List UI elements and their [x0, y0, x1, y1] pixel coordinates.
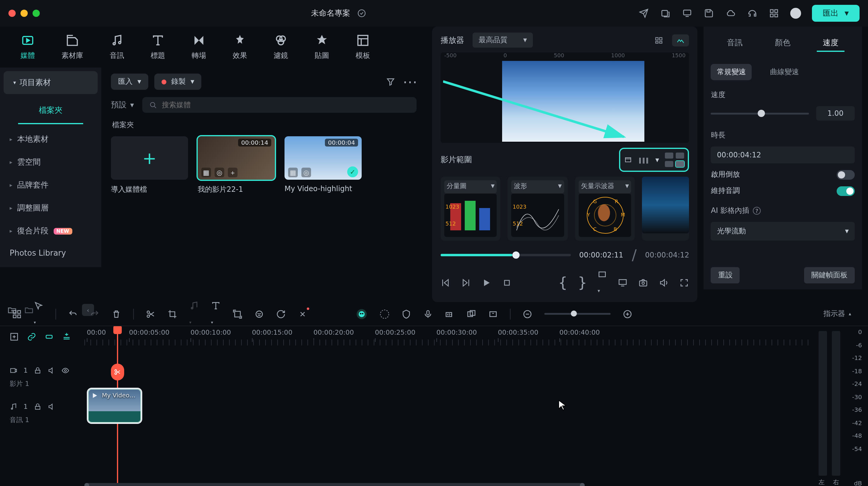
tab-audio[interactable]: 音訊 [110, 33, 124, 61]
play-skip-icon[interactable] [461, 278, 471, 287]
import-dropdown[interactable]: 匯入▼ [111, 73, 148, 90]
sort-preset[interactable]: 預設▼ [111, 99, 134, 110]
speed-slider[interactable] [711, 113, 809, 114]
headphones-icon[interactable] [747, 8, 758, 19]
tab-transition[interactable]: 轉場 [192, 33, 206, 61]
apps-icon[interactable] [769, 8, 779, 19]
monitor-icon[interactable] [682, 8, 692, 19]
quality-dropdown[interactable]: 最高品質▼ [472, 33, 533, 48]
mute-track-icon[interactable] [48, 367, 56, 374]
sidebar-tab-folder[interactable]: 檔案夾 [18, 98, 83, 124]
pitch-switch[interactable] [837, 186, 855, 196]
mark-in-icon[interactable]: { [558, 274, 567, 291]
more-tools-icon[interactable] [298, 309, 307, 319]
reset-button[interactable]: 重設 [711, 267, 740, 283]
keyframe-panel-button[interactable]: 關鍵幀面板 [804, 267, 855, 283]
seek-slider[interactable] [441, 254, 571, 256]
mute-audio-icon[interactable] [48, 403, 56, 411]
add-icon[interactable]: ＋ [228, 168, 238, 177]
sidebar-item-local[interactable]: ▸本地素材 [0, 128, 101, 151]
text-tool-icon[interactable]: ▾ [211, 301, 221, 327]
layout-1[interactable] [665, 153, 674, 159]
layout-4[interactable] [676, 161, 684, 167]
scopes-toggle-icon[interactable] [673, 34, 689, 46]
select-tool-icon[interactable]: ▾ [34, 301, 43, 327]
undo-icon[interactable] [68, 309, 78, 319]
minimize-window[interactable] [21, 10, 28, 17]
play-icon[interactable] [482, 278, 491, 287]
subtab-curve-speed[interactable]: 曲線變速 [764, 64, 805, 80]
sidebar-item-brand[interactable]: ▸品牌套件 [0, 174, 101, 196]
filter-icon[interactable] [384, 75, 397, 88]
snapshot-icon[interactable] [639, 278, 648, 287]
export-button[interactable]: 匯出 ▼ [812, 5, 860, 22]
speed-value[interactable]: 1.00 [816, 106, 855, 121]
zoom-out-icon[interactable] [523, 309, 532, 319]
tab-filter[interactable]: 濾鏡 [274, 33, 288, 61]
sidebar-item-adjustment[interactable]: ▸調整圖層 [0, 196, 101, 219]
sidebar-item-photos[interactable]: Photos Library [0, 242, 101, 264]
tab-title[interactable]: 標題 [151, 33, 165, 61]
add-track-icon[interactable] [10, 332, 19, 341]
tile-clip-2[interactable]: 00:00:04 ▦◎ ✓ My Video-highlight [284, 136, 362, 195]
sidebar-item-cloud[interactable]: ▸雲空間 [0, 151, 101, 174]
unlink-icon[interactable] [44, 332, 54, 341]
mic-icon[interactable] [423, 309, 433, 319]
record-dropdown[interactable]: 錄製▼ [154, 73, 201, 90]
cut-handle[interactable] [111, 364, 124, 381]
shield-icon[interactable] [401, 309, 411, 319]
link-icon[interactable] [27, 332, 36, 341]
tab-sticker[interactable]: 貼圖 [315, 33, 329, 61]
scope-vectorscope[interactable]: 矢量示波器▼ RMBCYG [575, 177, 635, 241]
cloud-icon[interactable] [725, 8, 736, 19]
more-icon[interactable]: ⋯ [403, 75, 416, 88]
prev-frame-icon[interactable] [441, 278, 450, 287]
tab-media[interactable]: 媒體 [21, 33, 35, 61]
visibility-icon[interactable] [61, 367, 69, 374]
split-icon[interactable] [146, 309, 156, 319]
scope-layout-picker[interactable]: ‖‖‖ ▼ [619, 148, 689, 172]
timeline-scrollbar[interactable] [84, 483, 702, 486]
zoom-in-icon[interactable] [623, 309, 632, 319]
close-window[interactable] [8, 10, 16, 17]
layout-grid-icon[interactable] [651, 34, 668, 46]
mask-tool-icon[interactable] [254, 309, 264, 319]
grid-tool-icon[interactable] [12, 309, 22, 319]
inspector-tab-audio[interactable]: 音訊 [721, 35, 749, 52]
duration-field[interactable]: 00:00:04:12 [711, 147, 855, 163]
search-input[interactable] [142, 97, 416, 113]
tile-clip-1[interactable]: 00:00:14 ▦◎＋ 我的影片22-1 [198, 136, 275, 195]
preview-viewport[interactable]: -500050010001500 [441, 53, 689, 143]
volume-icon[interactable] [659, 278, 669, 287]
sidebar-project-material[interactable]: ▾項目素材 [4, 71, 98, 94]
track-audio-icon[interactable] [445, 309, 455, 319]
scope-waveform[interactable]: 波形▼ 1023512 [508, 177, 568, 241]
layout-2[interactable] [676, 153, 684, 159]
scope-extra[interactable] [642, 177, 689, 241]
rotate-tool-icon[interactable] [276, 309, 286, 319]
save-icon[interactable] [704, 8, 714, 19]
aspect-icon[interactable] [488, 309, 498, 319]
mark-out-icon[interactable]: } [578, 274, 587, 291]
tile-import[interactable]: + 導入媒體檔 [111, 136, 188, 195]
tab-template[interactable]: 模板 [355, 33, 370, 61]
scope-parade[interactable]: 分量圖▼ 1023512 [441, 177, 501, 241]
nest-icon[interactable] [467, 309, 476, 319]
ratio-icon[interactable]: ▾ [598, 270, 607, 296]
inspector-tab-color[interactable]: 顏色 [769, 35, 797, 52]
inspector-tab-speed[interactable]: 速度 [817, 35, 844, 52]
marker-timeline-icon[interactable] [62, 332, 71, 341]
fullscreen-icon[interactable] [680, 278, 689, 287]
ai-interp-select[interactable]: 光學流動▼ [711, 222, 855, 241]
tab-stock[interactable]: 素材庫 [61, 33, 83, 61]
resize-tool-icon[interactable] [233, 309, 242, 319]
color-wheel-icon[interactable] [380, 309, 390, 319]
stop-icon[interactable] [502, 278, 512, 287]
indicator-button[interactable]: 指示器▴ [818, 306, 856, 322]
redo-icon[interactable] [90, 309, 99, 319]
help-icon[interactable]: ? [753, 207, 761, 215]
subtab-normal-speed[interactable]: 常規變速 [711, 64, 752, 80]
lock-track-icon[interactable] [34, 367, 41, 374]
crop-icon[interactable] [167, 309, 177, 319]
music-tool-icon[interactable]: ▾ [189, 301, 199, 327]
